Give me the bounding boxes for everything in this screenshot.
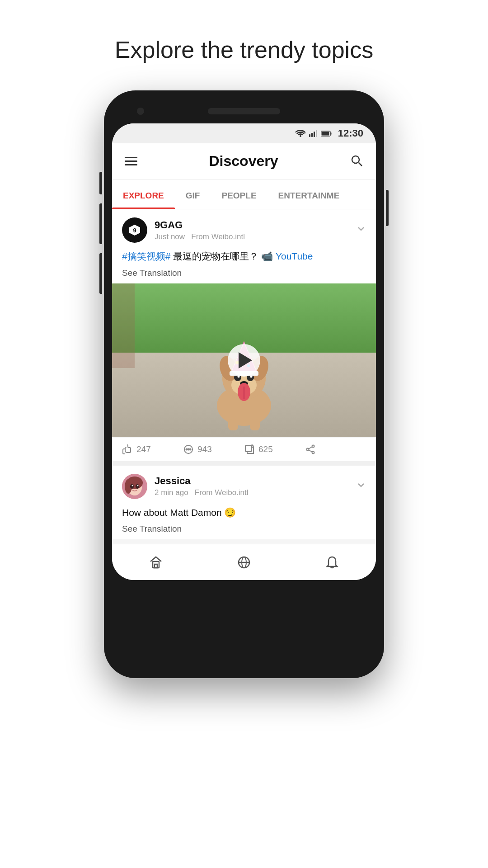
phone-screen: 12:30 Discovery EXPLORE GIF PEOPLE E xyxy=(112,123,376,580)
menu-button[interactable] xyxy=(125,157,137,165)
see-translation-button[interactable]: See Translation xyxy=(112,268,376,283)
app-header: Discovery xyxy=(112,143,376,179)
post-timestamp: Just now xyxy=(155,232,185,241)
post-user-info: Jessica 2 min ago From Weibo.intl xyxy=(155,475,249,497)
post-meta: 2 min ago From Weibo.intl xyxy=(155,488,249,497)
9gag-logo: 9 xyxy=(127,223,142,237)
svg-point-39 xyxy=(312,451,314,453)
status-icons: 12:30 xyxy=(296,127,363,139)
repost-icon xyxy=(244,444,255,455)
svg-rect-35 xyxy=(245,445,252,452)
nav-home[interactable] xyxy=(112,544,200,580)
repost-count: 625 xyxy=(258,444,273,454)
post-header-left: Jessica 2 min ago From Weibo.intl xyxy=(122,474,249,499)
side-button-vol-down xyxy=(99,203,102,244)
post-text: How about Matt Damon 😏 xyxy=(112,505,376,524)
svg-point-38 xyxy=(312,445,314,447)
post-options-button[interactable] xyxy=(356,480,366,493)
play-icon xyxy=(239,352,252,368)
svg-line-8 xyxy=(358,162,362,166)
post-header: Jessica 2 min ago From Weibo.intl xyxy=(112,466,376,505)
home-icon xyxy=(149,555,163,570)
svg-text:9: 9 xyxy=(133,227,136,234)
svg-point-49 xyxy=(137,485,139,486)
status-time: 12:30 xyxy=(338,127,363,139)
status-bar: 12:30 xyxy=(112,123,376,143)
feed: 9 9GAG Just now From Weibo.intl xyxy=(112,209,376,539)
post-meta: Just now From Weibo.intl xyxy=(155,232,245,241)
post-options-button[interactable] xyxy=(356,224,366,236)
nav-notifications[interactable] xyxy=(288,544,376,580)
comment-icon xyxy=(183,444,194,455)
jessica-avatar xyxy=(122,474,147,499)
phone-top-bar xyxy=(112,99,376,123)
hashtag[interactable]: #搞笑视频# xyxy=(122,251,170,261)
phone-speaker xyxy=(208,108,280,114)
battery-icon xyxy=(321,131,332,137)
comment-button[interactable]: 943 xyxy=(183,444,244,455)
like-button[interactable]: 247 xyxy=(122,444,183,455)
svg-line-41 xyxy=(309,450,312,452)
svg-rect-30 xyxy=(250,419,260,430)
chevron-down-icon xyxy=(356,480,366,490)
side-button-vol-up xyxy=(99,172,102,194)
post-card: Jessica 2 min ago From Weibo.intl xyxy=(112,466,376,540)
bottom-nav xyxy=(112,544,376,580)
post-main-text: 最逗的宠物在哪里？ xyxy=(173,251,258,261)
phone-camera xyxy=(137,108,144,115)
svg-line-40 xyxy=(309,447,312,448)
tab-entertainment[interactable]: ENTERTAINME xyxy=(267,191,351,209)
avatar xyxy=(122,474,147,499)
svg-rect-3 xyxy=(316,130,317,137)
search-button[interactable] xyxy=(350,154,363,169)
svg-rect-51 xyxy=(155,564,157,568)
post-timestamp: 2 min ago xyxy=(155,488,188,497)
brick-wall xyxy=(112,283,135,368)
nav-discover[interactable] xyxy=(200,544,288,580)
tab-gif[interactable]: GIF xyxy=(175,191,211,209)
svg-rect-0 xyxy=(309,134,310,137)
like-icon xyxy=(122,444,133,455)
post-video-thumbnail[interactable] xyxy=(112,283,376,437)
svg-rect-1 xyxy=(311,133,313,137)
youtube-link[interactable]: 📹 xyxy=(261,251,276,261)
post-card: 9 9GAG Just now From Weibo.intl xyxy=(112,209,376,461)
svg-point-37 xyxy=(307,448,309,450)
svg-rect-29 xyxy=(228,419,238,430)
svg-point-33 xyxy=(188,448,189,450)
discover-icon xyxy=(237,555,251,570)
like-count: 247 xyxy=(136,444,151,454)
svg-rect-6 xyxy=(321,132,329,135)
search-icon xyxy=(350,154,363,167)
post-source: From Weibo.intl xyxy=(195,488,249,497)
post-username: Jessica xyxy=(155,475,249,487)
comment-count: 943 xyxy=(197,444,212,454)
signal-icon xyxy=(309,130,317,137)
tab-explore[interactable]: EXPLORE xyxy=(112,191,175,209)
svg-point-46 xyxy=(130,484,134,489)
share-button[interactable] xyxy=(305,444,366,455)
svg-point-7 xyxy=(352,156,359,163)
youtube-link-text[interactable]: YouTube xyxy=(276,251,313,261)
svg-rect-5 xyxy=(330,132,331,135)
share-icon xyxy=(305,444,316,455)
repost-button[interactable]: 625 xyxy=(244,444,305,455)
svg-point-32 xyxy=(186,448,188,450)
svg-rect-2 xyxy=(314,132,315,137)
post-source: From Weibo.intl xyxy=(191,232,245,241)
play-button[interactable] xyxy=(228,344,260,377)
post-user-info: 9GAG Just now From Weibo.intl xyxy=(155,219,245,241)
post-header-left: 9 9GAG Just now From Weibo.intl xyxy=(122,217,245,243)
page-heading: Explore the trendy topics xyxy=(115,36,373,63)
bell-icon xyxy=(325,555,339,570)
wifi-icon xyxy=(296,130,305,137)
side-button-power xyxy=(386,190,389,226)
app-title: Discovery xyxy=(209,153,278,170)
tab-people[interactable]: PEOPLE xyxy=(211,191,267,209)
avatar: 9 xyxy=(122,217,147,243)
side-button-silent xyxy=(99,253,102,294)
svg-point-19 xyxy=(250,375,253,377)
see-translation-button[interactable]: See Translation xyxy=(112,524,376,539)
tabs-bar: EXPLORE GIF PEOPLE ENTERTAINME xyxy=(112,179,376,209)
svg-point-34 xyxy=(190,448,191,450)
